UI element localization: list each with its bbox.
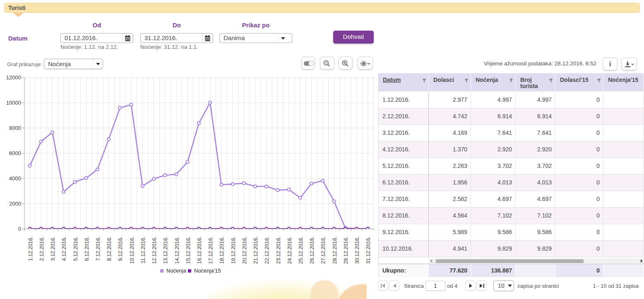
svg-text:14.12.2016.: 14.12.2016. <box>174 237 180 264</box>
svg-text:1.12.2016.: 1.12.2016. <box>28 237 34 261</box>
svg-text:11.12.2016.: 11.12.2016. <box>140 237 146 263</box>
svg-text:25.12.2016.: 25.12.2016. <box>298 237 304 264</box>
svg-text:21.12.2016.: 21.12.2016. <box>253 237 259 264</box>
svg-text:8000: 8000 <box>9 125 21 131</box>
svg-text:7.12.2016.: 7.12.2016. <box>95 237 101 261</box>
svg-text:0: 0 <box>18 226 21 232</box>
svg-text:27.12.2016.: 27.12.2016. <box>320 237 326 264</box>
svg-text:10000: 10000 <box>6 100 21 106</box>
svg-text:26.12.2016.: 26.12.2016. <box>309 237 315 264</box>
svg-text:31.12.2016.: 31.12.2016. <box>365 237 371 264</box>
svg-text:30.12.2016.: 30.12.2016. <box>354 237 360 264</box>
svg-text:6000: 6000 <box>9 150 21 156</box>
svg-text:16.12.2016.: 16.12.2016. <box>197 237 202 264</box>
svg-text:28.12.2016.: 28.12.2016. <box>332 237 338 264</box>
svg-text:8.12.2016.: 8.12.2016. <box>106 237 112 261</box>
svg-text:23.12.2016.: 23.12.2016. <box>276 237 281 264</box>
svg-text:4000: 4000 <box>9 175 21 182</box>
svg-text:6.12.2016.: 6.12.2016. <box>84 237 90 261</box>
svg-text:19.12.2016.: 19.12.2016. <box>231 237 236 264</box>
svg-text:22.12.2016.: 22.12.2016. <box>264 237 270 264</box>
svg-text:3.12.2016.: 3.12.2016. <box>50 237 56 261</box>
svg-text:12000: 12000 <box>6 74 21 81</box>
svg-text:2000: 2000 <box>9 201 21 207</box>
svg-text:9.12.2016.: 9.12.2016. <box>118 237 123 261</box>
svg-text:4.12.2016.: 4.12.2016. <box>61 237 67 261</box>
svg-text:17.12.2016.: 17.12.2016. <box>208 237 214 264</box>
svg-text:13.12.2016.: 13.12.2016. <box>163 237 168 264</box>
svg-text:24.12.2016.: 24.12.2016. <box>287 237 293 264</box>
svg-text:12.12.2016.: 12.12.2016. <box>151 237 157 264</box>
svg-text:10.12.2016.: 10.12.2016. <box>129 237 135 264</box>
svg-text:15.12.2016.: 15.12.2016. <box>185 237 191 264</box>
svg-text:20.12.2016.: 20.12.2016. <box>242 237 248 264</box>
svg-text:Noćenja: Noćenja <box>166 268 186 274</box>
svg-text:29.12.2016.: 29.12.2016. <box>343 237 349 264</box>
svg-text:5.12.2016.: 5.12.2016. <box>73 237 79 261</box>
svg-text:18.12.2016.: 18.12.2016. <box>219 237 225 264</box>
svg-text:2.12.2016.: 2.12.2016. <box>39 237 45 261</box>
svg-text:Noćenja'15: Noćenja'15 <box>194 268 221 274</box>
